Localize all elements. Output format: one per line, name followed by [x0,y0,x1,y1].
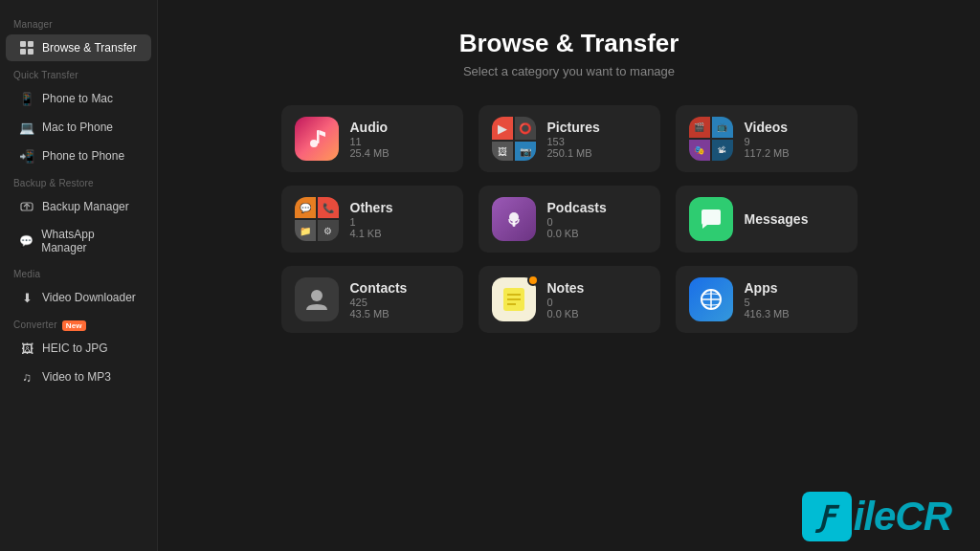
pictures-info: Pictures 153 250.1 MB [547,120,600,159]
sidebar-section-media: Media [0,261,157,283]
videos-info: Videos 9 117.2 MB [745,120,790,159]
mini-icon: 💬 [295,197,316,218]
svg-rect-1 [28,41,33,47]
svg-rect-3 [28,49,33,55]
category-notes[interactable]: Notes 0 0.0 KB [479,266,660,333]
notes-size: 0.0 KB [547,308,585,320]
podcasts-size: 0.0 KB [547,228,607,239]
apps-count: 5 [745,297,790,308]
sidebar-item-label: Video Downloader [42,291,136,304]
sidebar-item-whatsapp-manager[interactable]: 💬 WhatsApp Manager [6,222,151,260]
podcasts-name: Podcasts [547,200,607,215]
sidebar-item-video-to-mp3[interactable]: ♫ Video to MP3 [6,364,151,390]
sidebar-item-label: Browse & Transfer [42,41,137,55]
videos-size: 117.2 MB [745,147,790,159]
category-others[interactable]: 💬 📞 📁 ⚙ Others 1 4.1 KB [281,186,463,253]
image-icon: 🖼 [19,341,34,356]
sidebar-item-label: Mac to Phone [42,121,113,134]
category-podcasts[interactable]: Podcasts 0 0.0 KB [479,186,660,253]
main-content: Browse & Transfer Select a category you … [158,0,980,551]
svg-rect-7 [317,130,320,143]
category-contacts[interactable]: Contacts 425 43.5 MB [281,266,463,333]
sidebar-item-label: Backup Manager [42,200,129,213]
videos-count: 9 [745,136,790,147]
notes-icon-container [492,277,536,321]
page-title: Browse & Transfer [459,29,679,58]
mini-icon: 🖼 [492,142,513,161]
category-audio[interactable]: Audio 11 25.4 MB [281,105,463,172]
mini-icon: ⚙ [318,220,339,241]
sidebar-item-label: Video to MP3 [42,370,111,384]
apps-name: Apps [745,280,790,296]
svg-rect-2 [20,49,26,55]
audio-icon [295,117,339,161]
watermark: Ƒ ileCR [802,492,951,541]
notes-notification-badge [527,275,539,286]
category-videos[interactable]: 🎬 📺 🎭 📽 Videos 9 117.2 MB [676,105,858,172]
svg-point-10 [311,290,323,301]
podcasts-icon [492,197,536,241]
notes-name: Notes [547,280,585,296]
sidebar-item-backup-manager[interactable]: Backup Manager [6,193,151,220]
messages-icon [689,197,733,241]
transfer-icon: 📱 [19,91,34,106]
sidebar-section-quick-transfer: Quick Transfer [0,62,157,84]
mini-icon: ⭕ [515,117,536,140]
videos-icon: 🎬 📺 🎭 📽 [689,117,733,161]
pictures-name: Pictures [547,120,600,135]
category-pictures[interactable]: ▶ ⭕ 🖼 📷 Pictures 153 250.1 MB [479,105,660,172]
sidebar-item-label: Phone to Phone [42,149,124,163]
pictures-count: 153 [547,136,600,147]
transfer-icon: 📲 [19,148,34,164]
apps-info: Apps 5 416.3 MB [745,280,790,320]
notes-count: 0 [547,297,585,308]
sidebar-item-label: Phone to Mac [42,92,113,105]
music-icon: ♫ [19,369,34,385]
grid-icon [19,40,34,55]
svg-point-8 [509,212,519,222]
mini-icon: 📞 [318,197,339,218]
category-messages[interactable]: Messages [676,186,858,253]
audio-count: 11 [350,136,390,147]
mini-icon: 📽 [712,140,733,161]
sidebar-item-browse-transfer[interactable]: Browse & Transfer [6,34,151,61]
mini-icon: 📺 [712,117,733,138]
messages-name: Messages [745,211,809,227]
notes-info: Notes 0 0.0 KB [547,280,585,320]
category-apps[interactable]: Apps 5 416.3 MB [676,266,858,333]
svg-point-6 [310,140,318,147]
backup-icon [19,199,34,214]
others-name: Others [350,200,393,215]
sidebar-item-mac-to-phone[interactable]: 💻 Mac to Phone [6,114,151,141]
contacts-info: Contacts 425 43.5 MB [350,280,408,320]
mini-icon: 🎬 [689,117,710,138]
sidebar-item-phone-to-phone[interactable]: 📲 Phone to Phone [6,143,151,169]
page-subtitle: Select a category you want to manage [463,64,675,78]
whatsapp-icon: 💬 [19,233,33,249]
category-grid: Audio 11 25.4 MB ▶ ⭕ 🖼 📷 Pictures 153 25… [281,105,858,333]
videos-name: Videos [745,120,790,135]
mini-icon: 🎭 [689,140,710,161]
mini-icon: ▶ [492,117,513,140]
others-icon: 💬 📞 📁 ⚙ [295,197,339,241]
sidebar-item-phone-to-mac[interactable]: 📱 Phone to Mac [6,85,151,112]
sidebar-item-heic-to-jpg[interactable]: 🖼 HEIC to JPG [6,335,151,362]
messages-info: Messages [745,211,809,227]
apps-icon [689,277,733,321]
apps-size: 416.3 MB [745,308,790,320]
contacts-count: 425 [350,297,408,308]
podcasts-count: 0 [547,216,607,228]
audio-size: 25.4 MB [350,147,390,159]
transfer-icon: 💻 [19,120,34,135]
sidebar-item-video-downloader[interactable]: ⬇ Video Downloader [6,284,151,311]
watermark-icon: Ƒ [802,492,852,541]
contacts-name: Contacts [350,280,408,296]
others-info: Others 1 4.1 KB [350,200,393,239]
sidebar: Manager Browse & Transfer Quick Transfer… [0,0,158,551]
podcasts-info: Podcasts 0 0.0 KB [547,200,607,239]
audio-name: Audio [350,120,390,135]
pictures-icon: ▶ ⭕ 🖼 📷 [492,117,536,161]
mini-icon: 📁 [295,220,316,241]
mini-icon: 📷 [515,142,536,161]
audio-info: Audio 11 25.4 MB [350,120,390,159]
